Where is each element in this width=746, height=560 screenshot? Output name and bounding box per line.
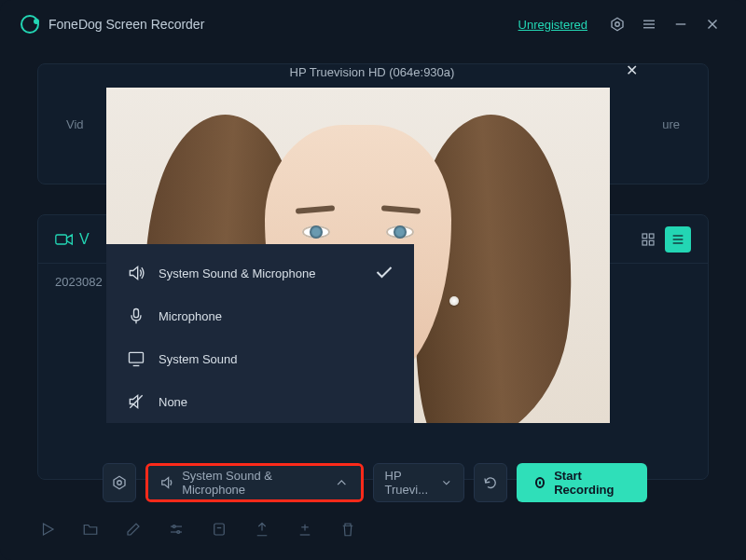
play-icon[interactable] — [39, 521, 56, 541]
audio-option-label: System Sound — [159, 352, 238, 366]
modal-header: HP Truevision HD (064e:930a) ✕ — [97, 56, 647, 88]
app-window: FoneDog Screen Recorder Unregistered Vid… — [0, 0, 746, 560]
audio-option-label: System Sound & Microphone — [159, 266, 315, 280]
compress-icon[interactable] — [211, 521, 228, 541]
modal-close-button[interactable]: ✕ — [621, 60, 642, 80]
svg-rect-21 — [214, 524, 225, 535]
mode-tab-left-truncated: Vid — [66, 117, 84, 131]
chevron-up-icon — [334, 474, 350, 491]
camera-selected: HP Truevi... — [385, 469, 433, 497]
menu-icon[interactable] — [636, 11, 662, 37]
audio-source-button-highlight: System Sound & Microphone — [145, 463, 364, 502]
check-icon — [375, 265, 394, 282]
audio-source-dropdown: System Sound & Microphone Microphone Sys… — [106, 244, 414, 423]
register-link[interactable]: Unregistered — [518, 18, 587, 32]
recordings-tab-label: V — [79, 231, 90, 248]
folder-icon[interactable] — [82, 521, 99, 541]
bottom-toolbar — [39, 521, 356, 541]
audio-source-button[interactable]: System Sound & Microphone — [148, 466, 361, 499]
svg-point-1 — [615, 22, 620, 27]
export-icon[interactable] — [254, 521, 270, 541]
svg-rect-28 — [130, 352, 144, 362]
chevron-down-icon — [440, 474, 453, 491]
adjust-icon[interactable] — [168, 521, 185, 541]
delete-icon[interactable] — [339, 521, 356, 541]
start-recording-label: Start Recording — [554, 469, 629, 497]
svg-marker-31 — [114, 476, 125, 489]
webcam-preview: System Sound & Microphone Microphone Sys… — [106, 88, 610, 423]
reset-button[interactable] — [474, 463, 507, 502]
modal-controls: System Sound & Microphone HP Truevi... S… — [103, 462, 647, 503]
audio-option-none[interactable]: None — [106, 380, 414, 423]
audio-source-selected: System Sound & Microphone — [182, 469, 326, 497]
svg-marker-16 — [44, 524, 54, 535]
audio-option-microphone[interactable]: Microphone — [106, 294, 414, 337]
titlebar: FoneDog Screen Recorder Unregistered — [0, 0, 746, 48]
audio-option-system[interactable]: System Sound — [106, 337, 414, 380]
svg-rect-10 — [649, 234, 654, 239]
settings-icon[interactable] — [604, 11, 630, 37]
audio-option-label: None — [159, 395, 187, 409]
svg-rect-26 — [134, 309, 139, 318]
webcam-preview-modal: HP Truevision HD (064e:930a) ✕ Sys — [97, 56, 647, 503]
record-icon — [535, 477, 546, 488]
svg-rect-8 — [56, 235, 67, 244]
svg-rect-12 — [649, 240, 654, 245]
audio-option-system-mic[interactable]: System Sound & Microphone — [106, 252, 414, 294]
camera-select-button[interactable]: HP Truevi... — [373, 463, 464, 502]
app-title: FoneDog Screen Recorder — [48, 17, 518, 32]
list-view-button[interactable] — [665, 226, 691, 253]
camera-title: HP Truevision HD (064e:930a) — [290, 65, 455, 79]
start-recording-button[interactable]: Start Recording — [517, 463, 647, 502]
edit-icon[interactable] — [125, 521, 142, 541]
recording-row-filename[interactable]: 2023082 — [55, 275, 103, 289]
minimize-icon[interactable] — [668, 11, 694, 37]
camera-settings-button[interactable] — [103, 463, 136, 502]
mode-tab-right-truncated: ure — [662, 117, 680, 131]
close-icon[interactable] — [699, 11, 725, 37]
svg-marker-0 — [612, 18, 623, 31]
audio-option-label: Microphone — [159, 309, 222, 323]
app-logo-icon — [21, 15, 39, 34]
svg-point-32 — [117, 481, 122, 485]
add-icon[interactable] — [297, 521, 313, 541]
